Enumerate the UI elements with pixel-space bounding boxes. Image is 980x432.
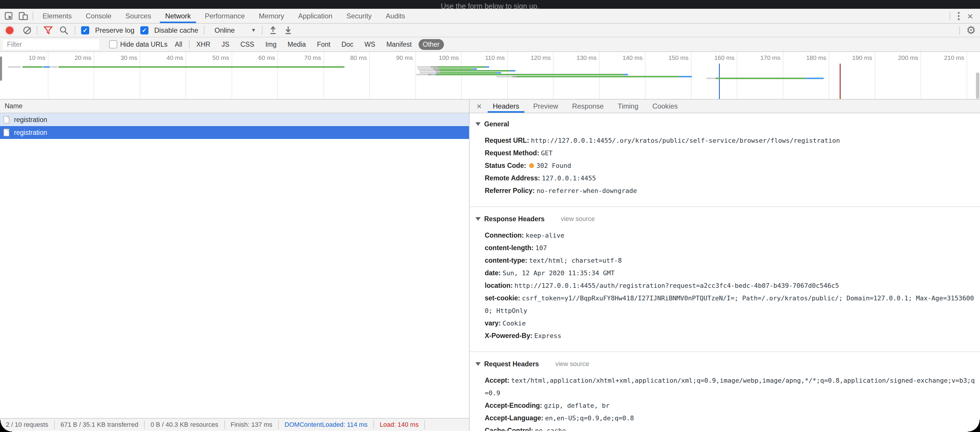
waterfall-bar-segment xyxy=(417,66,431,68)
close-devtools-icon[interactable]: × xyxy=(967,11,973,21)
filter-type-all[interactable]: All xyxy=(170,39,187,50)
settings-gear-icon[interactable]: ⚙ xyxy=(966,25,976,36)
tab-performance[interactable]: Performance xyxy=(198,9,252,23)
section-title-row[interactable]: Request Headersview source xyxy=(469,357,980,371)
view-source-link[interactable]: view source xyxy=(561,215,595,223)
hide-data-urls-checkbox[interactable]: ✓ xyxy=(109,40,117,48)
header-item: Status Code: 302 Found xyxy=(469,159,980,172)
more-options-icon[interactable] xyxy=(958,12,959,20)
export-har-icon[interactable] xyxy=(283,26,293,35)
hide-data-urls-label: Hide data URLs xyxy=(120,41,167,48)
section-items: Connection: keep-alivecontent-length: 10… xyxy=(469,226,980,342)
status-code-dot-icon xyxy=(529,163,534,168)
filter-type-ws[interactable]: WS xyxy=(360,39,380,50)
filter-type-css[interactable]: CSS xyxy=(236,39,258,50)
waterfall-bar-segment xyxy=(58,66,344,68)
network-overview[interactable]: 10 ms20 ms30 ms40 ms50 ms60 ms70 ms80 ms… xyxy=(0,52,980,100)
request-name: registration xyxy=(14,116,47,124)
status-item: DOMContentLoaded: 114 ms xyxy=(279,420,374,429)
overview-marker-domcontentloaded xyxy=(719,64,720,99)
throttling-select[interactable]: Online xyxy=(215,26,234,34)
view-source-link[interactable]: view source xyxy=(555,360,589,368)
preserve-log-checkbox[interactable]: ✓ xyxy=(81,26,89,34)
tab-audits[interactable]: Audits xyxy=(379,9,412,23)
tab-application[interactable]: Application xyxy=(291,9,339,23)
header-item: Remote Address: 127.0.0.1:4455 xyxy=(469,172,980,185)
disable-cache-checkbox[interactable]: ✓ xyxy=(140,26,148,34)
close-detail-icon[interactable]: × xyxy=(473,102,486,111)
detail-tab-timing[interactable]: Timing xyxy=(611,100,646,113)
throttling-dropdown-arrow-icon[interactable]: ▼ xyxy=(251,27,256,33)
filter-icon[interactable] xyxy=(43,26,53,35)
collapse-triangle-icon[interactable] xyxy=(476,217,480,221)
network-toolbar: ✓ Preserve log ✓ Disable cache Online ▼ … xyxy=(0,24,980,37)
devtools-tabbar: ElementsConsoleSourcesNetworkPerformance… xyxy=(0,9,980,24)
filter-type-doc[interactable]: Doc xyxy=(337,39,358,50)
tabbar-right-divider xyxy=(950,12,950,21)
filter-type-img[interactable]: Img xyxy=(261,39,281,50)
header-key: Accept-Language: xyxy=(485,414,543,422)
header-value: Express xyxy=(535,332,562,340)
table-row[interactable]: registration xyxy=(0,126,469,139)
filter-divider xyxy=(189,40,189,48)
document-icon xyxy=(3,116,10,123)
header-item: Accept: text/html,application/xhtml+xml,… xyxy=(469,374,980,399)
status-bar: 2 / 10 requests671 B / 35.1 KB transferr… xyxy=(0,418,469,431)
clear-network-log-icon[interactable] xyxy=(23,27,31,34)
header-key: Request Method: xyxy=(485,149,539,157)
name-column-header[interactable]: Name xyxy=(0,100,469,113)
collapse-triangle-icon[interactable] xyxy=(476,122,480,126)
header-item: content-length: 107 xyxy=(469,242,980,254)
waterfall-bar-segment xyxy=(436,72,441,73)
tab-sources[interactable]: Sources xyxy=(118,9,158,23)
import-har-icon[interactable] xyxy=(268,26,278,35)
filter-type-font[interactable]: Font xyxy=(313,39,335,50)
waterfall-bar-segment xyxy=(416,74,428,75)
header-key: Referrer Policy: xyxy=(485,187,535,194)
tab-memory[interactable]: Memory xyxy=(252,9,291,23)
inspect-element-icon[interactable] xyxy=(4,11,14,21)
section-title-row[interactable]: Response Headersview source xyxy=(469,212,980,226)
waterfall-bar-segment xyxy=(679,76,692,77)
filter-type-js[interactable]: JS xyxy=(217,39,234,50)
device-toolbar-icon[interactable] xyxy=(18,11,29,21)
filter-type-manifest[interactable]: Manifest xyxy=(382,39,416,50)
search-icon[interactable] xyxy=(59,26,69,35)
section-title-row[interactable]: General xyxy=(469,117,980,131)
detail-tab-headers[interactable]: Headers xyxy=(486,100,527,113)
tab-elements[interactable]: Elements xyxy=(36,9,79,23)
waterfall-bar-segment xyxy=(485,66,489,68)
detail-tab-cookies[interactable]: Cookies xyxy=(646,100,685,113)
tab-security[interactable]: Security xyxy=(339,9,379,23)
header-item: X-Powered-By: Express xyxy=(469,330,980,342)
detail-tab-preview[interactable]: Preview xyxy=(526,100,565,113)
waterfall-bar-segment xyxy=(496,76,512,77)
record-network-log-button[interactable] xyxy=(6,27,13,34)
waterfall-bar-segment xyxy=(706,78,716,79)
filter-type-other[interactable]: Other xyxy=(418,39,444,50)
overview-scrollbar-thumb[interactable] xyxy=(976,72,979,99)
tab-console[interactable]: Console xyxy=(79,9,118,23)
header-key: Accept-Encoding: xyxy=(485,402,542,409)
page-banner-text: Use the form below to sign up. xyxy=(441,2,539,9)
filter-type-xhr[interactable]: XHR xyxy=(192,39,215,50)
headers-panel: GeneralRequest URL: http://127.0.0.1:445… xyxy=(469,113,980,431)
collapse-triangle-icon[interactable] xyxy=(476,362,480,366)
header-value: gzip, deflate, br xyxy=(544,402,609,409)
status-item: Load: 140 ms xyxy=(374,420,425,429)
tab-network[interactable]: Network xyxy=(158,9,198,23)
table-row[interactable]: registration xyxy=(0,113,469,126)
header-key: Accept: xyxy=(485,376,509,384)
waterfall-bar-segment xyxy=(433,68,439,70)
header-key: Connection: xyxy=(485,231,524,239)
detail-tab-response[interactable]: Response xyxy=(565,100,611,113)
header-value: text/html; charset=utf-8 xyxy=(529,257,622,264)
header-item: date: Sun, 12 Apr 2020 11:35:34 GMT xyxy=(469,267,980,279)
window-corner-bottom-left xyxy=(0,420,12,432)
page-banner: Use the form below to sign up. xyxy=(0,0,980,9)
filter-type-media[interactable]: Media xyxy=(283,39,310,50)
filter-input[interactable] xyxy=(3,39,99,49)
toolbar-divider xyxy=(75,26,75,35)
waterfall-bar-segment xyxy=(473,68,477,70)
section-title: Response Headers xyxy=(484,215,544,223)
